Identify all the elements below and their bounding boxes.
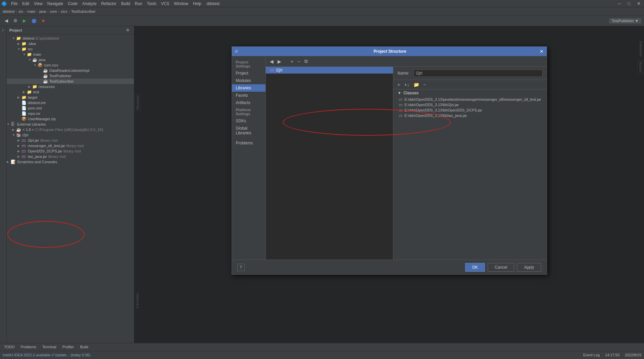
- status-date: 2022/8/15: [625, 353, 641, 357]
- dialog-close-btn[interactable]: ✕: [540, 49, 544, 54]
- tree-label-src: src: [28, 47, 33, 51]
- menu-bar: 🔷 File Edit View Navigate Code Analyze R…: [0, 0, 644, 7]
- nav-sdks[interactable]: SDKs: [232, 117, 266, 125]
- tree-usermanager[interactable]: 📦 UserManager.zip: [7, 116, 134, 122]
- src-folder-icon: 📁: [21, 47, 27, 51]
- menu-help[interactable]: Help: [191, 1, 203, 7]
- lib-entry-2[interactable]: 🗃 E:\dds\OpenDDS_3.13\lib\OpenDDS_DCPS.j…: [397, 107, 542, 113]
- tree-datareader[interactable]: ☕ DataReaderListenerImpl: [7, 68, 134, 73]
- tree-resources[interactable]: ▶ 📁 resources: [7, 84, 134, 89]
- tab-todo[interactable]: TODO: [1, 344, 17, 350]
- toolbar-back[interactable]: ◀: [3, 17, 10, 24]
- tree-opendds-jar[interactable]: ▶ 🗃 OpenDDS_DCPS.jar library root: [7, 148, 134, 154]
- nav-modules[interactable]: Modules: [232, 77, 266, 84]
- nav-global-libraries[interactable]: Global Libraries: [232, 125, 266, 137]
- menu-navigate[interactable]: Navigate: [45, 1, 65, 7]
- nav-artifacts[interactable]: Artifacts: [232, 99, 266, 106]
- tree-ddstest-iml[interactable]: 📄 ddstest.iml: [7, 100, 134, 105]
- tree-repo[interactable]: 📄 repo.ior: [7, 111, 134, 116]
- add-sources-btn[interactable]: 📁: [412, 81, 420, 88]
- event-log[interactable]: Event Log: [583, 353, 600, 357]
- tree-messenger-jar[interactable]: ▶ 🗃 messenger_idl_test.jar library root: [7, 143, 134, 148]
- toolbar-settings[interactable]: ⚙: [11, 17, 19, 24]
- remove-entry-btn[interactable]: −: [422, 81, 427, 88]
- bc-com[interactable]: com: [50, 9, 57, 13]
- nav-libraries[interactable]: Libraries: [232, 84, 266, 92]
- breadcrumb: ddstest › src › main › java › com › cicv…: [0, 7, 644, 15]
- cancel-button[interactable]: Cancel: [488, 263, 514, 272]
- menu-vcs[interactable]: VCS: [159, 1, 171, 7]
- lib-entry-0[interactable]: 🗃 E:\dds\OpenDDS_3.13\java\tests\messeng…: [397, 97, 542, 102]
- tree-ddstest[interactable]: ▼ 📁 ddstest E:\prjs\ddstest: [7, 36, 134, 41]
- bc-src[interactable]: src: [18, 9, 23, 13]
- tab-build[interactable]: Build: [77, 344, 91, 350]
- add-entry-sub-btn[interactable]: +↓: [403, 81, 410, 88]
- tree-target[interactable]: ▶ 📁 target: [7, 95, 134, 100]
- xml-icon: 📄: [21, 106, 27, 110]
- tree-label-testpublisher: TestPublisher: [49, 74, 71, 78]
- project-panel-header: Project ⚙: [7, 26, 134, 34]
- bottom-bar: TODO Problems Terminal Profiler Build In…: [0, 343, 644, 359]
- lib-item-i2jrt[interactable]: 🗃 i2jrt: [266, 67, 393, 74]
- menu-tools[interactable]: Tools: [145, 1, 158, 7]
- tree-i2jrt-jar[interactable]: ▶ 🗃 i2jrt.jar library root: [7, 138, 134, 143]
- toolbar-run[interactable]: ▶: [21, 17, 28, 24]
- help-button[interactable]: ?: [237, 264, 245, 271]
- nav-problems[interactable]: Problems: [232, 139, 266, 147]
- tree-idea[interactable]: ▶ 📁 .idea: [7, 41, 134, 46]
- menu-edit[interactable]: Edit: [20, 1, 31, 7]
- tab-profiler[interactable]: Profiler: [60, 344, 77, 350]
- ok-button[interactable]: OK: [465, 263, 485, 272]
- nav-back-btn[interactable]: ◀: [268, 58, 275, 65]
- nav-project[interactable]: Project: [232, 70, 266, 77]
- tree-pom[interactable]: 📄 pom.xml: [7, 105, 134, 111]
- menu-file[interactable]: File: [9, 1, 19, 7]
- tree-testpublisher[interactable]: ☕ TestPublisher: [7, 73, 134, 79]
- minimize-btn[interactable]: ─: [616, 0, 623, 7]
- tree-test[interactable]: ▶ 📁 test: [7, 89, 134, 95]
- remove-lib-btn[interactable]: −: [296, 58, 301, 65]
- project-icon-btn[interactable]: P: [0, 28, 6, 34]
- add-lib-btn[interactable]: +: [289, 58, 295, 65]
- nav-facets[interactable]: Facets: [232, 92, 266, 99]
- menu-view[interactable]: View: [32, 1, 45, 7]
- tree-label-ddstest-iml: ddstest.iml: [28, 101, 46, 105]
- tree-scratches[interactable]: ▶ 📝 Scratches and Consoles: [7, 159, 134, 165]
- lib-entry-3[interactable]: 🗃 E:\dds\OpenDDS_3.13\lib\tao_java.jar: [397, 113, 542, 118]
- maximize-btn[interactable]: □: [626, 0, 632, 7]
- tree-src[interactable]: ▼ 📁 src: [7, 46, 134, 52]
- tree-java[interactable]: ▼ ☕ java: [7, 57, 134, 62]
- menu-build[interactable]: Build: [119, 1, 132, 7]
- tab-terminal[interactable]: Terminal: [40, 344, 59, 350]
- bc-main[interactable]: main: [27, 9, 35, 13]
- close-btn[interactable]: ✕: [635, 0, 643, 7]
- add-entry-btn[interactable]: +: [396, 81, 401, 88]
- toolbar-stop[interactable]: ■: [40, 17, 47, 24]
- panel-settings-btn[interactable]: ⚙: [124, 28, 131, 33]
- bc-cicv[interactable]: cicv: [61, 9, 67, 13]
- lib-entry-1[interactable]: 🗃 E:\dds\OpenDDS_3.13\lib\i2jrt.jar: [397, 102, 542, 107]
- tree-testsubscriber[interactable]: ☕ TestSubscriber: [7, 79, 134, 84]
- tree-label-target: target: [28, 95, 37, 99]
- tree-jdk[interactable]: ▶ ☕ < 1.8 > C:\Program Files (x86)\Java\…: [7, 127, 134, 132]
- bc-testsubscriber[interactable]: TestSubscriber: [71, 9, 96, 13]
- bc-project[interactable]: ddstest: [3, 9, 14, 13]
- tree-label-i2jrt-jar: i2jrt.jar: [28, 138, 39, 142]
- tree-comcicv[interactable]: ▼ 📦 com.cicv: [7, 62, 134, 68]
- toolbar-debug[interactable]: ⬤: [30, 17, 39, 24]
- nav-fwd-btn[interactable]: ▶: [276, 58, 283, 65]
- tree-external-libs[interactable]: ▼ 🗄 External Libraries: [7, 122, 134, 127]
- tree-i2jrt[interactable]: ▼ 📚 i2jrt: [7, 132, 134, 138]
- bc-java[interactable]: java: [39, 9, 46, 13]
- tab-problems[interactable]: Problems: [18, 344, 39, 350]
- menu-refactor[interactable]: Refactor: [99, 1, 118, 7]
- menu-window[interactable]: Window: [172, 1, 190, 7]
- menu-code[interactable]: Code: [66, 1, 80, 7]
- tree-main[interactable]: ▼ 📁 main: [7, 52, 134, 57]
- lib-name-input[interactable]: [413, 70, 542, 77]
- tree-tao-jar[interactable]: ▶ 🗃 tao_java.jar library root: [7, 154, 134, 159]
- apply-button[interactable]: Apply: [517, 263, 541, 272]
- menu-analyze[interactable]: Analyze: [80, 1, 99, 7]
- copy-lib-btn[interactable]: ⧉: [303, 58, 309, 65]
- menu-run[interactable]: Run: [133, 1, 144, 7]
